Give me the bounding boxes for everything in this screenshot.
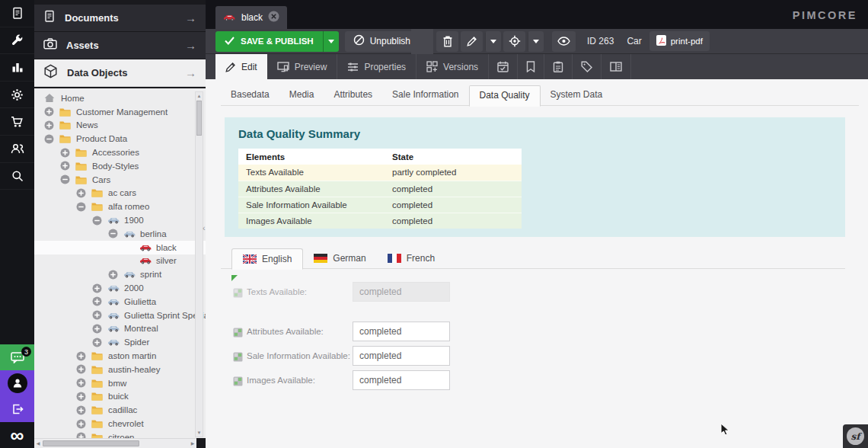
search-nav-icon[interactable] [0,163,34,190]
plus-expander-icon[interactable] [92,338,107,347]
tree-vertical-scrollbar[interactable]: ▲ ▼ [195,91,203,437]
scroll-right-icon[interactable]: ▶ [189,439,196,448]
save-options-caret[interactable] [323,31,339,52]
plus-expander-icon[interactable] [44,120,59,130]
tab-notes[interactable] [518,54,544,79]
tab-attributes[interactable]: Attributes [324,85,382,106]
print-pdf-button[interactable]: print-pdf [649,31,710,51]
save-and-publish-button[interactable]: SAVE & PUBLISH [215,31,339,52]
horizontal-scroll-thumb[interactable] [43,440,139,446]
notifications-button[interactable]: 3 [0,344,34,370]
tree-item-giulietta[interactable]: Giulietta [34,295,206,309]
tab-tags[interactable] [573,54,602,79]
tree-item-bmw[interactable]: bmw [34,376,206,390]
field-input-texts-available[interactable] [353,282,450,302]
lang-tab-french[interactable]: French [377,248,445,269]
documents-nav-icon[interactable] [0,0,34,27]
logout-button[interactable] [0,396,34,422]
tab-properties[interactable]: Properties [337,54,416,79]
field-input-images-available[interactable] [353,370,450,390]
info-button-caret[interactable] [528,31,544,52]
tab-preview[interactable]: Preview [267,54,338,79]
tab-black[interactable]: black [215,6,287,29]
plus-expander-icon[interactable] [76,351,91,361]
scroll-down-icon[interactable]: ▼ [196,429,203,437]
user-profile-button[interactable] [0,370,34,396]
tree-item-body-styles[interactable]: Body-Styles [34,159,206,173]
plus-expander-icon[interactable] [76,432,91,438]
customers-nav-icon[interactable] [0,136,34,163]
tree-item-citroen[interactable]: citroen [34,430,206,438]
tab-media[interactable]: Media [279,85,324,106]
lang-tab-english[interactable]: English [231,248,303,270]
plus-expander-icon[interactable] [76,188,91,198]
tree-item-home[interactable]: Home [34,91,206,105]
tree-item-customer-management[interactable]: Customer Management [34,105,206,119]
tree-item-gulietta-sprint-specia[interactable]: Gulietta Sprint Specia [34,309,206,322]
tab-edit[interactable]: Edit [215,54,267,79]
minus-expander-icon[interactable] [60,174,75,184]
delete-button[interactable] [436,31,458,52]
sidebar-collapse-handle[interactable]: ‹ [203,219,210,237]
tree-item-spider[interactable]: Spider [34,335,206,349]
plus-expander-icon[interactable] [76,378,91,388]
tab-versions[interactable]: Versions [416,54,489,79]
tab-system-data[interactable]: System Data [541,85,613,106]
tree-item-2000[interactable]: 2000 [34,281,206,295]
pimcore-infinity-logo[interactable]: ∞ [0,422,34,448]
minus-expander-icon[interactable] [92,216,107,226]
plus-expander-icon[interactable] [76,364,91,374]
lang-tab-german[interactable]: German [303,248,376,269]
plus-expander-icon[interactable] [44,107,59,117]
locate-in-tree-button[interactable] [503,31,525,52]
close-icon[interactable] [268,11,279,25]
field-input-sale-information-available[interactable] [353,346,450,366]
reports-nav-icon[interactable] [0,54,34,82]
tree-item-cadillac[interactable]: cadillac [34,403,206,417]
tree-item-1900[interactable]: 1900 [34,213,206,227]
tree-item-silver[interactable]: silver [34,254,206,268]
tree-item-cars[interactable]: Cars [34,173,206,187]
tree-item-black[interactable]: black [34,241,206,254]
plus-expander-icon[interactable] [76,405,91,415]
tree-item-austin-healey[interactable]: austin-healey [34,363,206,376]
tree-item-accessories[interactable]: Accessories [34,146,206,159]
tree-horizontal-scrollbar[interactable]: ◀ ▶ [34,438,196,448]
open-preview-button[interactable] [552,31,576,52]
tree-item-ac-cars[interactable]: ac cars [34,187,206,200]
plus-expander-icon[interactable] [92,310,107,320]
minus-expander-icon[interactable] [108,229,123,238]
vertical-scroll-thumb[interactable] [196,101,202,136]
tree-item-aston-martin[interactable]: aston martin [34,349,206,363]
tab-data-quality[interactable]: Data Quality [469,85,541,107]
assets-panel-header[interactable]: Assets → [34,32,206,59]
tree-item-alfa-romeo[interactable]: alfa romeo [34,200,206,213]
plus-expander-icon[interactable] [92,296,107,306]
scroll-left-icon[interactable]: ◀ [34,439,42,448]
rename-button[interactable] [461,31,483,52]
plus-expander-icon[interactable] [60,148,75,158]
tab-app-view[interactable] [602,54,631,79]
plus-expander-icon[interactable] [92,324,107,334]
tree-item-buick[interactable]: buick [34,390,206,404]
documents-panel-header[interactable]: Documents → [34,5,206,32]
data-objects-panel-header[interactable]: Data Objects → [34,59,206,87]
tab-basedata[interactable]: Basedata [221,85,279,106]
tools-nav-icon[interactable] [0,27,34,55]
reload-button-caret[interactable] [485,31,501,52]
tree-item-berlina[interactable]: berlina [34,227,206,241]
field-input-attributes-available[interactable] [353,322,450,341]
tree-item-sprint[interactable]: sprint [34,267,206,281]
settings-nav-icon[interactable] [0,82,34,109]
tab-sale-information[interactable]: Sale Information [382,85,468,106]
tree-item-product-data[interactable]: Product Data [34,132,206,146]
plus-expander-icon[interactable] [60,161,75,171]
tree-item-montreal[interactable]: Montreal [34,322,206,336]
tab-reports[interactable] [544,54,573,79]
tab-schedule[interactable] [489,54,518,79]
plus-expander-icon[interactable] [92,283,107,293]
minus-expander-icon[interactable] [76,202,91,212]
plus-expander-icon[interactable] [108,270,123,280]
symfony-debug-toolbar-button[interactable]: sf [843,424,868,448]
tree-item-chevrolet[interactable]: chevrolet [34,417,206,430]
